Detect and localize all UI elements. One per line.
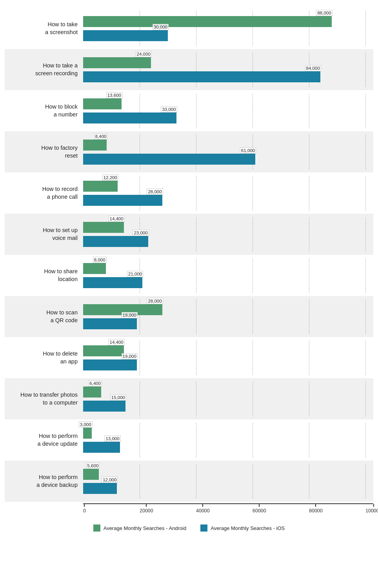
android-bar: 8,400	[83, 140, 107, 151]
ios-bar-label: 15,000	[110, 394, 126, 401]
x-tick-line	[315, 504, 316, 507]
ios-bar-wrap: 28,000	[83, 194, 373, 207]
android-bar-wrap: 13,600	[83, 98, 373, 110]
x-tick-label: 100000	[365, 508, 378, 514]
android-bar-label: 12,200	[102, 174, 118, 181]
bars-col: 13,60033,000	[83, 94, 373, 128]
bars-col: 14,40019,000	[83, 341, 373, 375]
chart-row: How to blocka number13,60033,000	[5, 90, 373, 131]
ios-bar: 23,000	[83, 236, 148, 247]
bars-col: 14,40023,000	[83, 217, 373, 252]
x-axis: 020000400006000080000100000	[83, 503, 373, 517]
android-bar: 5,600	[83, 469, 99, 480]
x-tick-label: 40000	[196, 508, 210, 514]
android-bar-wrap: 14,400	[83, 221, 373, 234]
ios-bar-label: 13,000	[104, 436, 120, 442]
legend-android: Average Monthly Searches - Android	[93, 524, 187, 532]
android-bar-wrap: 6,400	[83, 386, 373, 398]
android-bar: 6,400	[83, 387, 101, 397]
android-bar: 88,000	[83, 16, 332, 27]
ios-bar-wrap: 23,000	[83, 235, 373, 248]
android-bar: 14,400	[83, 222, 124, 233]
android-bar-wrap: 5,600	[83, 468, 373, 481]
ios-bar-wrap: 12,000	[83, 482, 373, 495]
x-tick-line	[84, 504, 85, 507]
ios-label: Average Monthly Searches - iOS	[211, 525, 285, 531]
row-label: How to transfer photosto a computer	[5, 391, 83, 407]
android-bar-wrap: 8,000	[83, 262, 373, 275]
ios-bar-wrap: 21,000	[83, 276, 373, 289]
android-bar-wrap: 8,400	[83, 139, 373, 151]
ios-bar: 84,000	[83, 71, 320, 82]
ios-bar: 61,000	[83, 154, 255, 165]
row-label: How to takea screenshot	[5, 21, 83, 36]
chart-row: How to factoryreset8,40061,000	[5, 131, 373, 172]
android-bar-label: 24,000	[136, 51, 152, 57]
android-bar-wrap: 24,000	[83, 56, 373, 69]
android-bar-label: 88,000	[316, 10, 332, 16]
x-tick-label: 20000	[140, 508, 153, 514]
ios-bar: 19,000	[83, 318, 137, 329]
ios-bar-wrap: 84,000	[83, 71, 373, 83]
ios-bar-label: 23,000	[133, 230, 149, 236]
x-tick: 20000	[140, 504, 153, 514]
x-tick-line	[202, 504, 203, 507]
ios-bar: 33,000	[83, 113, 176, 123]
android-label: Average Monthly Searches - Android	[104, 525, 187, 531]
legend-ios: Average Monthly Searches - iOS	[200, 524, 285, 532]
chart-row: How to recorda phone call12,20028,000	[5, 172, 373, 214]
android-bar: 24,000	[83, 57, 151, 68]
ios-bar-label: 28,000	[147, 189, 163, 195]
row-label: How to scana QR code	[5, 309, 83, 324]
android-bar: 13,600	[83, 98, 122, 109]
android-bar: 3,000	[83, 428, 92, 439]
row-label: How to sharelocation	[5, 268, 83, 283]
row-label: How to performa device update	[5, 432, 83, 448]
ios-bar-wrap: 19,000	[83, 318, 373, 330]
android-bar-wrap: 12,200	[83, 180, 373, 192]
chart-container: How to takea screenshot88,00030,000How t…	[5, 8, 373, 532]
ios-bar: 30,000	[83, 30, 168, 41]
chart-row: How to scana QR code28,00019,000	[5, 296, 373, 337]
bars-col: 28,00019,000	[83, 299, 373, 334]
ios-bar-label: 21,000	[127, 271, 143, 277]
row-label: How to factoryreset	[5, 144, 83, 160]
ios-bar-wrap: 19,000	[83, 359, 373, 371]
ios-bar: 15,000	[83, 401, 125, 412]
ios-bar-label: 19,000	[122, 353, 138, 359]
x-tick: 80000	[309, 504, 323, 514]
x-tick-line	[259, 504, 260, 507]
bars-col: 5,60012,000	[83, 464, 373, 499]
chart-row: How to sharelocation8,00021,000	[5, 255, 373, 296]
bars-col: 12,20028,000	[83, 176, 373, 211]
x-tick-line	[373, 504, 374, 507]
bars-col: 88,00030,000	[83, 11, 373, 46]
android-bar-label: 5,600	[86, 463, 100, 469]
android-bar: 12,200	[83, 181, 118, 192]
ios-bar: 13,000	[83, 442, 120, 453]
row-label: How to recorda phone call	[5, 185, 83, 201]
bars-col: 24,00084,000	[83, 53, 373, 87]
row-label: How to performa device backup	[5, 474, 83, 489]
android-bar-wrap: 88,000	[83, 15, 373, 28]
ios-bar-label: 84,000	[305, 65, 321, 71]
android-bar: 14,400	[83, 345, 124, 356]
ios-bar: 28,000	[83, 195, 162, 206]
android-bar-label: 28,000	[147, 298, 163, 304]
chart-row: How to deletean app14,40019,000	[5, 337, 373, 378]
x-axis-area: 020000400006000080000100000	[5, 503, 373, 517]
android-bar-label: 14,400	[108, 339, 124, 345]
chart-row: How to performa device backup5,60012,000	[5, 461, 373, 502]
row-label: How to blocka number	[5, 103, 83, 118]
ios-bar-wrap: 30,000	[83, 29, 373, 42]
ios-bar-wrap: 15,000	[83, 400, 373, 412]
ios-bar: 12,000	[83, 483, 117, 494]
chart-row: How to take ascreen recording24,00084,00…	[5, 49, 373, 90]
x-tick: 40000	[196, 504, 210, 514]
ios-bar-wrap: 61,000	[83, 153, 373, 165]
bars-col: 8,40061,000	[83, 135, 373, 169]
android-bar-label: 8,000	[93, 257, 107, 263]
android-bar-wrap: 3,000	[83, 427, 373, 439]
x-tick: 100000	[365, 504, 378, 514]
bars-col: 8,00021,000	[83, 258, 373, 293]
